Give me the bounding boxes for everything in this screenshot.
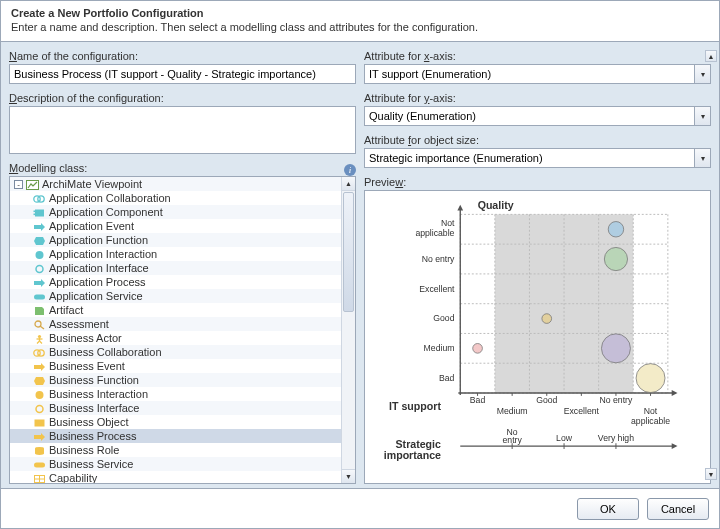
description-label: Description of the configuration: bbox=[9, 92, 356, 104]
svg-text:IT support: IT support bbox=[389, 400, 441, 412]
y-axis-label: Attribute for y-axis: bbox=[364, 92, 711, 104]
tree-item[interactable]: Business Event bbox=[10, 359, 341, 373]
svg-text:Low: Low bbox=[556, 433, 573, 443]
name-label: Name of the configuration: bbox=[9, 50, 356, 62]
class-icon bbox=[33, 431, 46, 441]
class-icon bbox=[33, 459, 46, 469]
body-side-scroll[interactable]: ▲ ▼ bbox=[705, 50, 717, 480]
tree-item-label: Application Service bbox=[49, 289, 143, 303]
tree-item[interactable]: Business Object bbox=[10, 415, 341, 429]
size-axis-label: Attribute for object size: bbox=[364, 134, 711, 146]
svg-line-10 bbox=[40, 326, 44, 329]
svg-text:Bad: Bad bbox=[439, 373, 455, 383]
scroll-up-icon[interactable]: ▲ bbox=[705, 50, 717, 62]
tree-item[interactable]: Business Role bbox=[10, 443, 341, 457]
tree-item[interactable]: Application Component bbox=[10, 205, 341, 219]
tree-item-label: Business Interaction bbox=[49, 387, 148, 401]
tree-item[interactable]: Application Collaboration bbox=[10, 191, 341, 205]
svg-point-18 bbox=[36, 391, 44, 399]
tree-item[interactable]: Business Interface bbox=[10, 401, 341, 415]
class-icon bbox=[33, 417, 46, 427]
scroll-up-icon[interactable]: ▲ bbox=[342, 177, 355, 191]
y-axis-select[interactable] bbox=[364, 106, 711, 126]
svg-text:No entry: No entry bbox=[422, 254, 455, 264]
scroll-thumb[interactable] bbox=[343, 192, 354, 312]
tree-item-label: Business Process bbox=[49, 429, 136, 443]
tree-expander-icon[interactable]: - bbox=[14, 180, 23, 189]
x-axis-label: Attribute for x-axis: bbox=[364, 50, 711, 62]
tree-item[interactable]: Application Interface bbox=[10, 261, 341, 275]
tree-item[interactable]: Business Function bbox=[10, 373, 341, 387]
tree-item-label: Capability bbox=[49, 471, 97, 483]
tree-item[interactable]: Business Interaction bbox=[10, 387, 341, 401]
tree-item[interactable]: Business Service bbox=[10, 457, 341, 471]
tree-item-label: Application Interaction bbox=[49, 247, 157, 261]
svg-point-17 bbox=[38, 350, 44, 356]
class-icon bbox=[33, 305, 46, 315]
svg-rect-5 bbox=[34, 214, 37, 216]
x-axis-select[interactable] bbox=[364, 64, 711, 84]
preview-chart: QualityBadMediumGoodExcellentNo entryNot… bbox=[371, 197, 704, 477]
modelling-class-tree[interactable]: -ArchiMate ViewpointApplication Collabor… bbox=[9, 176, 356, 484]
size-axis-select[interactable] bbox=[364, 148, 711, 168]
svg-point-73 bbox=[473, 344, 483, 354]
svg-text:Medium: Medium bbox=[497, 406, 528, 416]
tree-item[interactable]: Artifact bbox=[10, 303, 341, 317]
class-icon bbox=[33, 263, 46, 273]
tree-root-label: ArchiMate Viewpoint bbox=[42, 177, 142, 191]
tree-item-label: Application Interface bbox=[49, 261, 149, 275]
svg-point-78 bbox=[636, 364, 665, 393]
viewpoint-icon bbox=[26, 179, 39, 189]
class-icon bbox=[33, 375, 46, 385]
tree-item[interactable]: Application Process bbox=[10, 275, 341, 289]
svg-point-19 bbox=[36, 406, 43, 413]
tree-item-label: Application Function bbox=[49, 233, 148, 247]
svg-text:Not: Not bbox=[441, 218, 455, 228]
svg-rect-4 bbox=[34, 211, 37, 213]
class-icon bbox=[33, 361, 46, 371]
wizard-subtitle: Enter a name and description. Then selec… bbox=[11, 21, 709, 33]
tree-scrollbar[interactable]: ▲ ▼ bbox=[341, 177, 355, 483]
scroll-down-icon[interactable]: ▼ bbox=[705, 468, 717, 480]
left-column: Name of the configuration: Description o… bbox=[9, 50, 356, 484]
svg-rect-24 bbox=[34, 463, 45, 468]
description-input[interactable] bbox=[9, 106, 356, 154]
tree-item[interactable]: Application Event bbox=[10, 219, 341, 233]
tree-item[interactable]: Application Function bbox=[10, 233, 341, 247]
tree-item[interactable]: Capability bbox=[10, 471, 341, 483]
tree-item-label: Business Role bbox=[49, 443, 119, 457]
svg-point-74 bbox=[542, 314, 552, 324]
class-icon bbox=[33, 291, 46, 301]
tree-item[interactable]: Business Actor bbox=[10, 331, 341, 345]
preview-panel: QualityBadMediumGoodExcellentNo entryNot… bbox=[364, 190, 711, 484]
tree-item-label: Business Function bbox=[49, 373, 139, 387]
tree-root[interactable]: -ArchiMate Viewpoint bbox=[10, 177, 341, 191]
tree-item[interactable]: Application Service bbox=[10, 289, 341, 303]
info-icon[interactable]: i bbox=[344, 164, 356, 176]
tree-item-label: Business Service bbox=[49, 457, 133, 471]
svg-point-75 bbox=[608, 222, 623, 237]
class-icon bbox=[33, 445, 46, 455]
svg-rect-8 bbox=[34, 295, 45, 300]
svg-point-11 bbox=[38, 335, 41, 338]
svg-point-77 bbox=[601, 334, 630, 363]
class-icon bbox=[33, 221, 46, 231]
tree-item[interactable]: Application Interaction bbox=[10, 247, 341, 261]
svg-text:Not: Not bbox=[644, 406, 658, 416]
tree-item-label: Application Event bbox=[49, 219, 134, 233]
tree-item-label: Application Collaboration bbox=[49, 191, 171, 205]
svg-text:Excellent: Excellent bbox=[564, 406, 600, 416]
ok-button[interactable]: OK bbox=[577, 498, 639, 520]
tree-item-label: Business Object bbox=[49, 415, 128, 429]
right-column: Attribute for x-axis: ▾ Attribute for y-… bbox=[364, 50, 711, 484]
tree-item[interactable]: Assessment bbox=[10, 317, 341, 331]
class-icon bbox=[33, 235, 46, 245]
name-input[interactable] bbox=[9, 64, 356, 84]
svg-point-23 bbox=[35, 452, 44, 455]
tree-item[interactable]: Business Process bbox=[10, 429, 341, 443]
cancel-button[interactable]: Cancel bbox=[647, 498, 709, 520]
svg-line-15 bbox=[40, 341, 43, 344]
scroll-down-icon[interactable]: ▼ bbox=[342, 469, 355, 483]
tree-item[interactable]: Business Collaboration bbox=[10, 345, 341, 359]
wizard-footer: OK Cancel bbox=[1, 488, 719, 528]
